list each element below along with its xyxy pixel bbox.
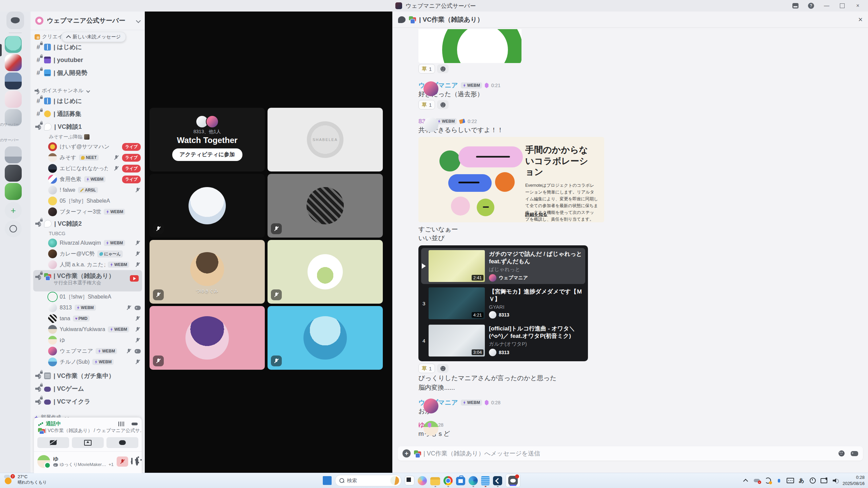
message[interactable]: ウェブマニア WEBM 0:28 おか <box>418 399 868 416</box>
server-icon-1[interactable] <box>5 36 22 53</box>
voice-channel-vc-minecraft[interactable]: | VCマイクラ <box>31 395 145 408</box>
gif-game-icon[interactable] <box>851 451 858 456</box>
voice-member-butterfy[interactable]: ブターフィー3世 WEBM <box>31 206 145 217</box>
volume-icon[interactable] <box>831 477 839 484</box>
voice-member-ningen[interactable]: 人間 a.k.a. カニたま WEBM <box>31 259 145 270</box>
cast-display-icon[interactable] <box>820 477 828 484</box>
microsoft-store-icon[interactable] <box>456 477 465 485</box>
taskbar-clock[interactable]: 0:28 2025/08/16 <box>843 474 865 486</box>
user-avatar-wrap[interactable] <box>37 455 50 468</box>
emoji-picker-icon[interactable] <box>836 449 847 458</box>
channel-tsuwa-boshu[interactable]: # | 通話募集 <box>31 107 145 120</box>
onedrive-error-icon[interactable]: × <box>753 477 761 484</box>
add-reaction-button[interactable] <box>437 364 449 373</box>
copilot-icon[interactable] <box>418 476 427 485</box>
camera-toggle-button[interactable] <box>37 437 69 448</box>
message[interactable]: ウェブマニア WEBM 0:21 好きだった（過去形） 草 1 <box>418 81 868 110</box>
file-explorer-icon[interactable] <box>430 477 440 485</box>
video-tile-user[interactable] <box>268 240 383 304</box>
minimize-button[interactable]: — <box>820 1 833 11</box>
inbox-icon[interactable] <box>789 1 802 11</box>
playlist-item[interactable]: 3 4:21 【宮舞モカ】進捗ダメダメです【ＭＶ】 GYARI 8313 <box>421 285 585 321</box>
video-tile-shabelea[interactable]: SHABELEA <box>268 108 383 171</box>
message-image-attachment[interactable] <box>418 29 521 63</box>
link-embed-evernote[interactable]: 手間のかからないコラボレーション Evernoteはプロジェクトのコラボレーショ… <box>418 137 604 222</box>
server-icon-3[interactable] <box>5 73 22 89</box>
watch-together-playlist[interactable]: 2:41 ガチのマジで詰んだ / ぱじゃれっと feat.ずんだもん ぱじゃれっ… <box>418 245 588 361</box>
voice-channel-vc-sagyou-zatsudan[interactable]: | VC作業（雑談あり） サ行全日本選手権大会 <box>33 270 142 291</box>
voice-member-cirno[interactable]: チルノ(Sub) WEBM <box>31 357 145 367</box>
video-tile-user[interactable] <box>150 306 265 370</box>
voice-channel-vc-zatsudan1[interactable]: | VC雑談1 <box>31 120 145 133</box>
voice-member-webmania[interactable]: ウェブマニア WEBM <box>31 346 145 357</box>
server-icon-6[interactable] <box>5 146 22 163</box>
voice-member-rivarzal[interactable]: Rivarzal Aluwqim WEBM <box>31 238 145 248</box>
message[interactable]: 8313 WEBM 0:22 共有できるらしいですよ！！ <box>418 117 868 392</box>
voice-member-05[interactable]: 05［!shy］ShabeleA <box>31 196 145 206</box>
voice-member-shokuyou[interactable]: 食用色素 WEBM ライブ <box>31 174 145 185</box>
settings-button[interactable] <box>136 459 138 465</box>
voice-channel-vc-zatsudan2[interactable]: | VC雑談2 <box>31 217 145 230</box>
server-icon-7[interactable] <box>5 165 22 182</box>
avatar[interactable] <box>423 399 438 413</box>
microphone-tray-icon[interactable] <box>775 477 783 484</box>
avatar[interactable] <box>423 421 438 436</box>
playlist-item[interactable]: 4 3:04 [official]トルコ行進曲 - オワタ＼(^o^)／ fea… <box>421 323 585 359</box>
voice-member-yukiwara[interactable]: Yukiwara/Yukiwara WEBM <box>31 324 145 335</box>
voice-member-ebi[interactable]: エビになれなかったかに缶 ライブ <box>31 163 145 174</box>
maximize-button[interactable] <box>835 1 849 11</box>
chrome-icon[interactable] <box>443 476 453 485</box>
start-button[interactable] <box>323 476 332 485</box>
channel-kojin-kaihatsu[interactable]: # | 個人開発勢 <box>31 66 145 79</box>
add-reaction-button[interactable] <box>437 100 449 109</box>
add-reaction-button[interactable] <box>437 64 449 73</box>
code-app-icon[interactable] <box>493 476 502 485</box>
server-icon-4[interactable] <box>5 91 22 108</box>
join-activity-button[interactable]: アクティビティに参加 <box>172 148 242 161</box>
server-icon-2[interactable] <box>5 54 22 71</box>
video-tile-user[interactable] <box>150 174 265 238</box>
voice-member-tana[interactable]: tana ♥PMD <box>31 313 145 324</box>
activity-button[interactable] <box>106 437 138 448</box>
call-location[interactable]: | VC作業（雑談あり） / ウェブマニア公式サ... <box>34 427 142 434</box>
ime-mode-indicator[interactable]: あ <box>798 477 805 484</box>
attach-plus-icon[interactable]: + <box>402 449 411 458</box>
weather-widget[interactable]: 7 27°C 晴れのちくもり <box>4 474 47 485</box>
server-icon-8[interactable] <box>5 183 22 200</box>
video-tile-user[interactable] <box>268 174 383 238</box>
touch-keyboard-icon[interactable] <box>787 477 794 484</box>
voice-member-keizu[interactable]: けいず@サツマハン ライブ <box>31 141 145 152</box>
voice-member-falwe[interactable]: ! falwe ARSL <box>31 185 145 196</box>
voice-member-8313[interactable]: 8313 WEBM <box>31 302 145 313</box>
voice-member-yu[interactable]: ゆ <box>31 335 145 346</box>
video-tile-user[interactable] <box>268 306 383 370</box>
reaction-pill[interactable]: 草 1 <box>418 100 435 109</box>
voice-member-misosu[interactable]: みそす NEET ライブ <box>31 152 145 163</box>
taskbar-search[interactable]: 検索 <box>335 475 401 486</box>
channel-hajimeni[interactable]: # | はじめに <box>31 41 145 54</box>
channel-hajimeni-voice[interactable]: # | はじめに <box>31 95 145 107</box>
add-server-button[interactable]: + <box>5 202 22 219</box>
channel-youtuber[interactable]: # | youtuber <box>31 54 145 66</box>
edge-icon[interactable] <box>469 476 478 485</box>
message-list[interactable]: 草 1 ウェブマニア WEBM 0:21 好きだった（過去形） 草 <box>393 28 868 444</box>
mic-mute-button[interactable] <box>117 456 128 467</box>
window-titlebar[interactable]: ウェブマニア公式サーバー ? — × <box>0 0 868 12</box>
explore-servers-button[interactable] <box>5 220 22 237</box>
voice-channel-vc-game[interactable]: | VCゲーム <box>31 382 145 395</box>
discord-home-button[interactable] <box>6 12 24 29</box>
notes-app-icon[interactable] <box>481 476 490 485</box>
clock-tray-icon[interactable] <box>809 477 816 484</box>
voice-member-curry[interactable]: カレー@VC勢 にゃ〜ん <box>31 248 145 259</box>
new-unread-pill[interactable]: 新しい未読メッセージ <box>62 32 126 42</box>
message-input[interactable]: + | VC作業（雑談あり）へメッセージを送信 <box>398 446 863 461</box>
disconnect-call-icon[interactable] <box>132 423 138 425</box>
close-chat-icon[interactable]: × <box>858 15 863 24</box>
server-header[interactable]: ウェブマニア公式サーバー <box>31 12 145 30</box>
embed-link[interactable]: 詳細を知る <box>525 211 548 218</box>
category-voice-channels[interactable]: ボイスチャンネル <box>31 84 145 95</box>
soundboard-icon[interactable] <box>118 422 124 426</box>
video-tile-tsuyukigumi[interactable]: つゆきぐみ <box>150 240 265 304</box>
deafen-button[interactable] <box>131 459 133 465</box>
reaction-pill[interactable]: 草 1 <box>418 364 435 373</box>
